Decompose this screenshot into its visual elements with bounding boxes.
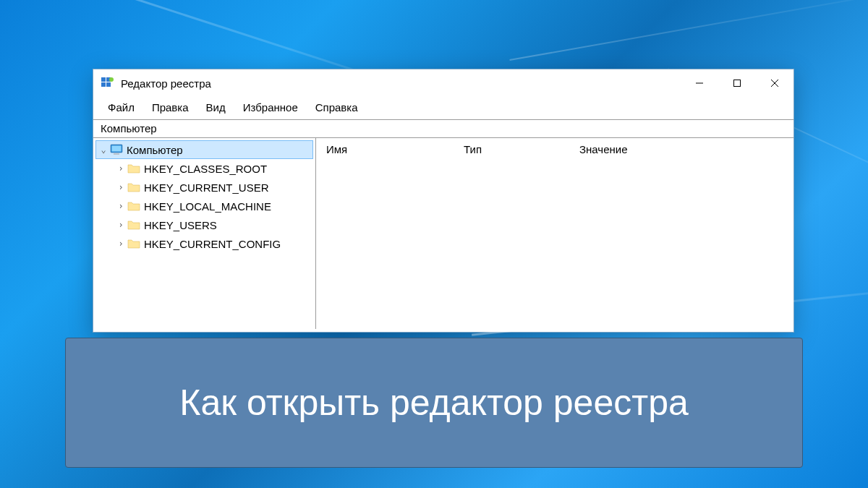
folder-icon (127, 161, 141, 176)
tree-hive[interactable]: › HKEY_CURRENT_CONFIG (93, 234, 315, 253)
tree-hive[interactable]: › HKEY_CURRENT_USER (93, 178, 315, 197)
svg-point-4 (109, 77, 114, 82)
column-name[interactable]: Имя (316, 140, 454, 158)
window-title: Редактор реестра (121, 77, 211, 90)
regedit-icon (101, 77, 114, 90)
svg-rect-3 (106, 82, 111, 87)
folder-icon (127, 180, 141, 194)
tree-hive-label: HKEY_CLASSES_ROOT (144, 163, 267, 175)
tree-hive-label: HKEY_LOCAL_MACHINE (144, 200, 271, 213)
chevron-right-icon[interactable]: › (115, 201, 127, 211)
menu-edit[interactable]: Правка (143, 100, 197, 115)
chevron-right-icon[interactable]: › (115, 220, 127, 230)
minimize-button[interactable] (681, 69, 718, 97)
tree-hive[interactable]: › HKEY_CLASSES_ROOT (93, 159, 315, 178)
folder-icon (127, 199, 141, 213)
chevron-right-icon[interactable]: › (115, 182, 127, 192)
values-pane[interactable]: Имя Тип Значение (316, 138, 793, 329)
chevron-down-icon[interactable]: ⌄ (98, 145, 109, 155)
svg-rect-11 (114, 153, 119, 155)
maximize-button[interactable] (718, 69, 756, 97)
column-headers: Имя Тип Значение (316, 138, 793, 160)
caption-text: Как открыть редактор реестра (179, 380, 689, 426)
svg-rect-6 (734, 80, 741, 87)
tree-hive[interactable]: › HKEY_LOCAL_MACHINE (93, 197, 315, 215)
menu-favorites[interactable]: Избранное (234, 100, 307, 115)
menu-help[interactable]: Справка (307, 100, 367, 115)
registry-editor-window: Редактор реестра Файл Правка Вид Избранн… (93, 69, 794, 333)
computer-icon (109, 142, 124, 157)
tree-root[interactable]: ⌄ Компьютер (95, 140, 313, 159)
svg-rect-2 (101, 82, 106, 87)
menubar: Файл Правка Вид Избранное Справка (93, 97, 793, 120)
column-type[interactable]: Тип (454, 140, 569, 158)
column-value[interactable]: Значение (569, 140, 793, 158)
tree-hive-label: HKEY_USERS (144, 219, 217, 231)
address-text: Компьютер (101, 122, 157, 134)
caption-banner: Как открыть редактор реестра (65, 338, 803, 468)
close-button[interactable] (756, 69, 793, 97)
tree-hive[interactable]: › HKEY_USERS (93, 215, 315, 234)
tree-hive-label: HKEY_CURRENT_USER (144, 181, 269, 194)
tree-root-label: Компьютер (127, 144, 183, 156)
chevron-right-icon[interactable]: › (115, 239, 127, 249)
menu-view[interactable]: Вид (197, 100, 234, 115)
tree-hive-label: HKEY_CURRENT_CONFIG (144, 238, 281, 250)
tree-pane[interactable]: ⌄ Компьютер › HKEY_CLASSES_ROOT (93, 138, 316, 329)
folder-icon (127, 236, 141, 251)
address-bar[interactable]: Компьютер (93, 120, 793, 138)
menu-file[interactable]: Файл (99, 100, 143, 115)
titlebar[interactable]: Редактор реестра (93, 69, 793, 97)
svg-rect-0 (101, 77, 106, 82)
chevron-right-icon[interactable]: › (115, 163, 127, 174)
folder-icon (127, 218, 141, 232)
svg-rect-10 (112, 146, 122, 152)
